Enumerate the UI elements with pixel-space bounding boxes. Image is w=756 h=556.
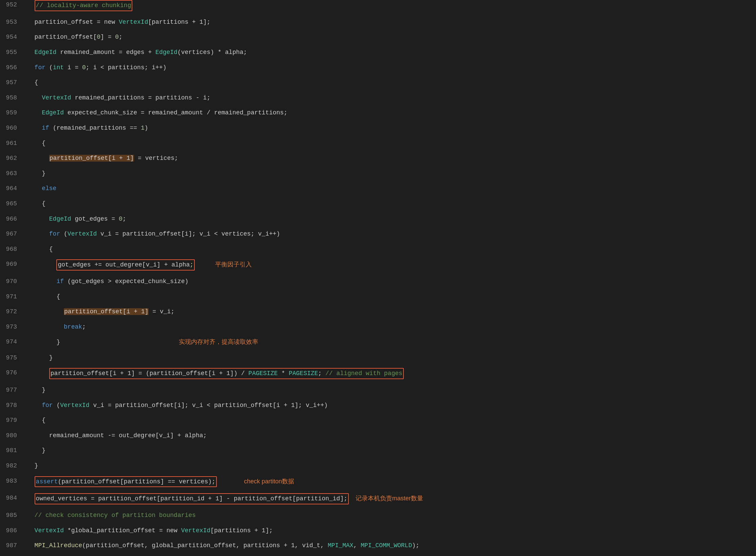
code-line-967: 967 for (VertexId v_i = partition_offset…: [0, 229, 756, 244]
line-number: 987: [0, 541, 24, 556]
line-number: 953: [0, 17, 24, 33]
line-content: VertexId remained_partitions = partition…: [24, 93, 756, 108]
code-line-982: 982 }: [0, 461, 756, 476]
line-content: break;: [24, 322, 756, 337]
code-line-983: 983 assert(partition_offset[partitions] …: [0, 476, 756, 494]
code-line-971: 971 {: [0, 292, 756, 307]
code-line-977: 977 }: [0, 385, 756, 401]
line-content: for (int i = 0; i < partitions; i++): [24, 63, 756, 78]
line-content: EdgeId got_edges = 0;: [24, 214, 756, 229]
line-content: got_edges += out_degree[v_i] + alpha;平衡因…: [24, 259, 756, 277]
line-number: 952: [0, 0, 24, 17]
line-content: {: [24, 138, 756, 154]
line-content: else: [24, 184, 756, 199]
box-983: assert(partition_offset[partitions] == v…: [35, 476, 217, 487]
line-content: partition_offset[0] = 0;: [24, 32, 756, 48]
code-line-984: 984 owned_vertices = partition_offset[pa…: [0, 493, 756, 511]
line-number: 970: [0, 277, 24, 292]
line-number: 973: [0, 322, 24, 337]
code-line-972: 972 partition_offset[i + 1] = v_i;: [0, 307, 756, 322]
code-line-961: 961 {: [0, 138, 756, 154]
code-line-954: 954 partition_offset[0] = 0;: [0, 32, 756, 48]
line-content: }: [24, 169, 756, 184]
line-number: 968: [0, 244, 24, 260]
line-content: {: [24, 244, 756, 260]
annotation-974: 实现内存对齐，提高读取效率: [179, 338, 258, 345]
line-number: 960: [0, 123, 24, 138]
line-number: 959: [0, 108, 24, 123]
line-number: 977: [0, 385, 24, 401]
line-number: 967: [0, 229, 24, 244]
code-line-952: 952 // locality-aware chunking: [0, 0, 756, 17]
code-line-981: 981 }: [0, 446, 756, 461]
code-line-963: 963 }: [0, 169, 756, 184]
line-number: 976: [0, 368, 24, 385]
line-content: remained_amount -= out_degree[v_i] + alp…: [24, 431, 756, 446]
line-content: VertexId *global_partition_offset = new …: [24, 526, 756, 541]
line-content: }: [24, 461, 756, 476]
code-line-975: 975 }: [0, 353, 756, 368]
line-content: partition_offset[i + 1] = (partition_off…: [24, 368, 756, 385]
code-line-986: 986 VertexId *global_partition_offset = …: [0, 526, 756, 541]
annotation-969: 平衡因子引入: [215, 261, 252, 268]
line-content: // locality-aware chunking: [24, 0, 756, 17]
line-number: 956: [0, 63, 24, 78]
line-content: // check consistency of partition bounda…: [24, 511, 756, 526]
code-line-968: 968 {: [0, 244, 756, 260]
line-number: 957: [0, 78, 24, 93]
line-number: 974: [0, 337, 24, 353]
code-line-965: 965 {: [0, 199, 756, 214]
line-number: 981: [0, 446, 24, 461]
line-number: 955: [0, 48, 24, 63]
line-number: 984: [0, 493, 24, 511]
line-content: owned_vertices = partition_offset[partit…: [24, 493, 756, 511]
line-number: 971: [0, 292, 24, 307]
code-line-964: 964 else: [0, 184, 756, 199]
code-line-976: 976 partition_offset[i + 1] = (partition…: [0, 368, 756, 385]
line-number: 972: [0, 307, 24, 322]
line-content: assert(partition_offset[partitions] == v…: [24, 476, 756, 494]
code-line-955: 955 EdgeId remained_amount = edges + Edg…: [0, 48, 756, 63]
line-number: 963: [0, 169, 24, 184]
box-got-edges: got_edges += out_degree[v_i] + alpha;: [56, 259, 195, 271]
line-number: 980: [0, 431, 24, 446]
code-line-970: 970 if (got_edges > expected_chunk_size): [0, 277, 756, 292]
box-976: partition_offset[i + 1] = (partition_off…: [49, 368, 404, 379]
line-content: }: [24, 385, 756, 401]
code-line-969: 969 got_edges += out_degree[v_i] + alpha…: [0, 259, 756, 277]
line-content: if (got_edges > expected_chunk_size): [24, 277, 756, 292]
annotation-983: check partiton数据: [244, 478, 294, 485]
code-line-980: 980 remained_amount -= out_degree[v_i] +…: [0, 431, 756, 446]
line-content: partition_offset[i + 1] = v_i;: [24, 307, 756, 322]
line-content: }: [24, 353, 756, 368]
line-content: partition_offset[i + 1] = vertices;: [24, 153, 756, 169]
code-line-987: 987 MPI_Allreduce(partition_offset, glob…: [0, 541, 756, 556]
line-number: 982: [0, 461, 24, 476]
line-content: for (VertexId v_i = partition_offset[i];…: [24, 401, 756, 416]
code-line-962: 962 partition_offset[i + 1] = vertices;: [0, 153, 756, 169]
line-number: 983: [0, 476, 24, 494]
code-line-974: 974 }实现内存对齐，提高读取效率: [0, 337, 756, 353]
line-number: 969: [0, 259, 24, 277]
line-content: {: [24, 415, 756, 431]
line-number: 965: [0, 199, 24, 214]
line-content: EdgeId expected_chunk_size = remained_am…: [24, 108, 756, 123]
code-line-979: 979 {: [0, 415, 756, 431]
line-number: 961: [0, 138, 24, 154]
code-line-959: 959 EdgeId expected_chunk_size = remaine…: [0, 108, 756, 123]
line-content: }实现内存对齐，提高读取效率: [24, 337, 756, 353]
line-number: 985: [0, 511, 24, 526]
line-number: 954: [0, 32, 24, 48]
code-line-966: 966 EdgeId got_edges = 0;: [0, 214, 756, 229]
line-content: }: [24, 446, 756, 461]
line-number: 958: [0, 93, 24, 108]
line-content: if (remained_partitions == 1): [24, 123, 756, 138]
line-number: 978: [0, 401, 24, 416]
line-content: {: [24, 78, 756, 93]
code-line-957: 957 {: [0, 78, 756, 93]
comment: // locality-aware chunking: [36, 2, 131, 9]
line-content: for (VertexId v_i = partition_offset[i];…: [24, 229, 756, 244]
line-content: {: [24, 199, 756, 214]
line-number: 979: [0, 415, 24, 431]
line-content: {: [24, 292, 756, 307]
